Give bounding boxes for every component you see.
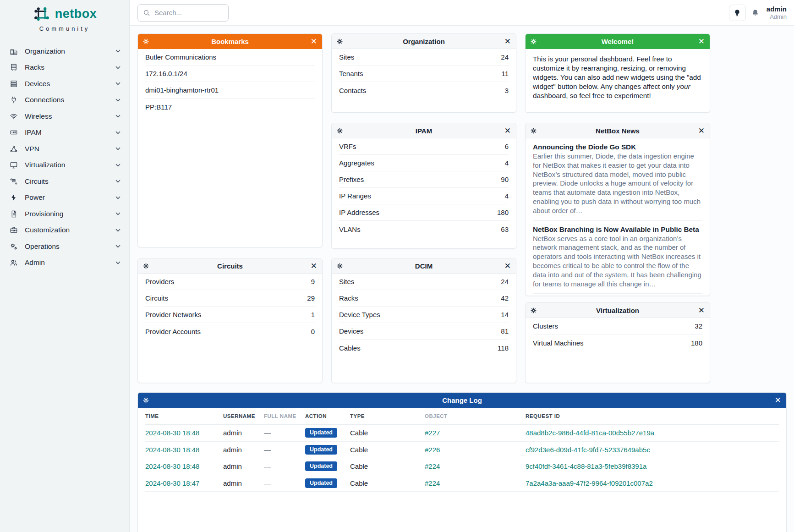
stat-value[interactable]: 42 xyxy=(501,294,509,302)
stat-value[interactable]: 4 xyxy=(505,159,509,167)
stat-value[interactable]: 6 xyxy=(505,143,509,150)
stat-value[interactable]: 63 xyxy=(501,225,509,233)
change-time-link[interactable]: 2024-08-30 18:48 xyxy=(145,462,223,470)
close-icon[interactable]: ✕ xyxy=(698,127,705,135)
widget-welcome-header[interactable]: Welcome! ✕ xyxy=(526,34,710,49)
stat-value[interactable]: 14 xyxy=(501,311,509,318)
widget-circuits-header[interactable]: Circuits ✕ xyxy=(138,258,322,274)
stat-value[interactable]: 180 xyxy=(497,208,509,216)
news-article-title[interactable]: Announcing the Diode Go SDK xyxy=(533,143,702,151)
stat-value[interactable]: 24 xyxy=(501,53,509,61)
change-object-link[interactable]: #227 xyxy=(425,429,526,437)
theme-toggle-button[interactable] xyxy=(729,5,746,21)
change-request-id-link[interactable]: 9cf40fdf-3461-4c88-81a3-5feb39f8391a xyxy=(526,462,779,470)
user-menu[interactable]: admin Admin xyxy=(767,5,787,21)
bookmark-item[interactable]: Butler Communications xyxy=(145,49,315,66)
widget-config-button[interactable] xyxy=(337,38,343,44)
widget-ipam-header[interactable]: IPAM ✕ xyxy=(332,123,516,138)
monitor-icon xyxy=(10,161,18,169)
sidebar-item-virtualization[interactable]: Virtualization xyxy=(0,157,129,174)
widget-config-button[interactable] xyxy=(531,307,537,313)
search-box[interactable] xyxy=(137,4,229,22)
change-request-id-link[interactable]: cf92d3e6-d09d-41fc-9fd7-52337649ab5c xyxy=(526,446,779,454)
status-badge: Updated xyxy=(305,445,337,455)
sidebar-item-power[interactable]: Power xyxy=(0,190,129,206)
widget-config-button[interactable] xyxy=(531,38,537,44)
change-username: admin xyxy=(223,462,264,470)
sidebar-item-wireless[interactable]: Wireless xyxy=(0,108,129,125)
change-request-id-link[interactable]: 7a2a4a3a-aaa9-47f2-9964-f09201c007a2 xyxy=(526,479,779,487)
news-article: NetBox Branching is Now Available in Pub… xyxy=(533,221,702,294)
widget-title: NetBox News xyxy=(526,127,710,135)
widget-organization-header[interactable]: Organization ✕ xyxy=(332,34,516,49)
close-icon[interactable]: ✕ xyxy=(698,307,705,314)
sidebar-item-organization[interactable]: Organization xyxy=(0,43,129,60)
close-icon[interactable]: ✕ xyxy=(504,262,511,270)
stat-value[interactable]: 118 xyxy=(498,344,509,352)
widget-dcim-header[interactable]: DCIM ✕ xyxy=(332,258,516,274)
column-header-username: USERNAME xyxy=(223,413,264,419)
sidebar-item-circuits[interactable]: Circuits xyxy=(0,173,129,190)
stat-value[interactable]: 24 xyxy=(501,278,509,285)
stat-value[interactable]: 81 xyxy=(501,327,509,335)
sidebar-item-customization[interactable]: Customization xyxy=(0,222,129,239)
widget-virtualization-header[interactable]: Virtualization ✕ xyxy=(526,303,710,318)
change-object-link[interactable]: #224 xyxy=(425,479,526,487)
bookmark-item[interactable]: dmi01-binghamton-rtr01 xyxy=(145,82,315,99)
news-article-title[interactable]: NetBox Branching is Now Available in Pub… xyxy=(533,225,702,234)
widget-news-header[interactable]: NetBox News ✕ xyxy=(526,123,710,138)
close-icon[interactable]: ✕ xyxy=(775,396,781,404)
stat-value[interactable]: 1 xyxy=(311,311,315,318)
sidebar-item-provisioning[interactable]: Provisioning xyxy=(0,206,129,222)
stat-value[interactable]: 11 xyxy=(501,70,509,77)
sidebar-item-vpn[interactable]: VPN xyxy=(0,141,129,157)
change-request-id-link[interactable]: 48ad8b2c-986d-44fd-81ca-00d55b27e19a xyxy=(526,429,779,437)
stat-value[interactable]: 29 xyxy=(307,294,315,302)
stat-value[interactable]: 4 xyxy=(505,192,509,200)
server-icon xyxy=(10,80,18,88)
stat-value[interactable]: 32 xyxy=(695,322,702,330)
change-time-link[interactable]: 2024-08-30 18:47 xyxy=(145,479,223,487)
widget-config-button[interactable] xyxy=(531,128,537,134)
chevron-down-icon xyxy=(115,261,120,264)
sidebar-item-operations[interactable]: Operations xyxy=(0,238,129,255)
stat-value[interactable]: 3 xyxy=(505,87,509,94)
stat-value[interactable]: 0 xyxy=(311,328,315,335)
sidebar-item-admin[interactable]: Admin xyxy=(0,255,129,271)
brand[interactable]: netbox Community xyxy=(0,0,129,32)
widget-change-log-header[interactable]: Change Log ✕ xyxy=(138,393,786,408)
column-header-full-name: FULL NAME xyxy=(264,413,305,419)
gear-icon xyxy=(337,38,343,44)
sidebar-item-connections[interactable]: Connections xyxy=(0,92,129,109)
widget-config-button[interactable] xyxy=(337,128,343,134)
stat-value[interactable]: 90 xyxy=(501,176,509,183)
widget-config-button[interactable] xyxy=(337,263,343,269)
notifications-button[interactable] xyxy=(751,8,759,17)
sidebar-item-ipam[interactable]: IPAM xyxy=(0,125,129,141)
bookmark-item[interactable]: 172.16.0.1/24 xyxy=(145,66,315,82)
change-object-link[interactable]: #224 xyxy=(425,462,526,470)
widget-config-button[interactable] xyxy=(143,38,149,44)
stat-value[interactable]: 9 xyxy=(311,278,315,285)
close-icon[interactable]: ✕ xyxy=(504,38,511,45)
change-time-link[interactable]: 2024-08-30 18:48 xyxy=(145,446,223,454)
search-input[interactable] xyxy=(154,9,223,16)
widget-bookmarks-header[interactable]: Bookmarks ✕ xyxy=(138,34,322,49)
widget-title: IPAM xyxy=(332,127,516,135)
widget-config-button[interactable] xyxy=(143,397,149,403)
change-type: Cable xyxy=(350,462,425,470)
close-icon[interactable]: ✕ xyxy=(698,38,705,45)
close-icon[interactable]: ✕ xyxy=(311,262,317,270)
sidebar-item-devices[interactable]: Devices xyxy=(0,76,129,92)
stat-value[interactable]: 180 xyxy=(691,339,702,347)
change-object-link[interactable]: #226 xyxy=(425,446,526,454)
sidebar-item-racks[interactable]: Racks xyxy=(0,60,129,76)
widget-title: Change Log xyxy=(138,396,786,404)
close-icon[interactable]: ✕ xyxy=(311,38,317,45)
widget-config-button[interactable] xyxy=(143,263,149,269)
change-time-link[interactable]: 2024-08-30 18:48 xyxy=(145,429,223,437)
close-icon[interactable]: ✕ xyxy=(504,127,511,135)
change-action: Updated xyxy=(305,478,350,488)
change-log-row: 2024-08-30 18:48 admin — Updated Cable #… xyxy=(145,458,779,475)
bookmark-item[interactable]: PP:B117 xyxy=(145,99,315,115)
